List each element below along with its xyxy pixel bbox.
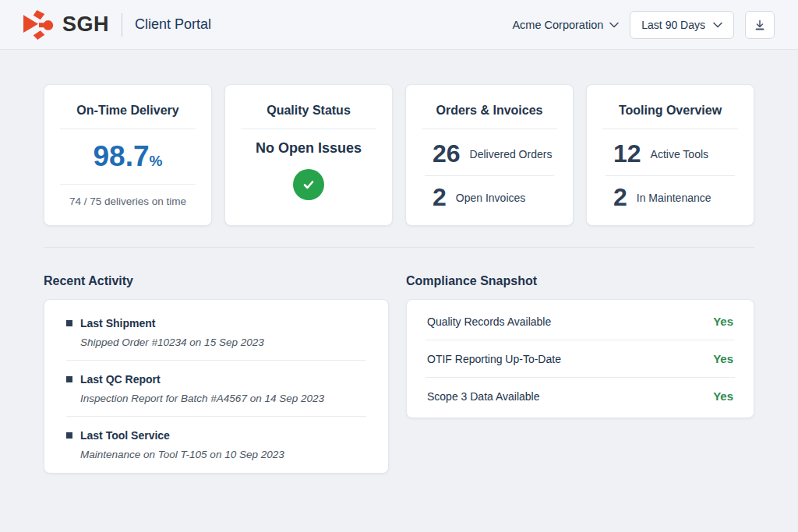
activity-head: Last Tool Service [66, 429, 366, 442]
recent-activity-card: Last Shipment Shipped Order #10234 on 15… [44, 299, 389, 474]
card-divider [60, 129, 196, 129]
activity-label: Last QC Report [80, 373, 161, 386]
table-row: Scope 3 Data Available Yes [425, 377, 735, 414]
delivered-orders-stat: 26 Delivered Orders [422, 140, 557, 167]
compliance-label: Quality Records Available [427, 315, 551, 328]
bullet-square-icon [66, 320, 72, 326]
download-icon [754, 19, 766, 31]
bullet-square-icon [66, 376, 72, 382]
card-quality-status: Quality Status No Open Issues [224, 84, 393, 226]
compliance-section: Compliance Snapshot Quality Records Avai… [406, 274, 754, 474]
list-item: Last Shipment Shipped Order #10234 on 15… [66, 315, 366, 348]
header: SGH Client Portal Acme Corporation Last … [0, 0, 798, 50]
delivery-subtext: 74 / 75 deliveries on time [60, 196, 196, 207]
brand-name: SGH [62, 12, 109, 37]
success-check-icon [293, 169, 324, 200]
active-tools-stat: 12 Active Tools [602, 140, 738, 167]
activity-description: Inspection Report for Batch #A4567 on 14… [80, 393, 366, 404]
chevron-down-icon [609, 22, 619, 28]
in-maintenance-stat: 2 In Maintenance [602, 184, 738, 211]
recent-activity-title: Recent Activity [44, 274, 389, 288]
list-item: Last Tool Service Maintenance on Tool T-… [66, 428, 366, 460]
list-divider [66, 360, 366, 361]
compliance-value: Yes [713, 352, 733, 365]
card-title: Quality Status [241, 104, 376, 118]
company-selector[interactable]: Acme Corporation [512, 19, 619, 31]
stat-value: 12 [613, 140, 641, 167]
dashboard-content: On-Time Delivery 98.7% 74 / 75 deliverie… [44, 50, 754, 474]
card-on-time-delivery: On-Time Delivery 98.7% 74 / 75 deliverie… [44, 84, 212, 226]
stat-value: 2 [613, 184, 627, 211]
date-range-label: Last 90 Days [641, 19, 705, 31]
open-invoices-stat: 2 Open Invoices [422, 184, 557, 211]
download-button[interactable] [745, 11, 775, 39]
activity-description: Maintenance on Tool T-105 on 10 Sep 2023 [80, 449, 366, 460]
compliance-label: OTIF Reporting Up-To-Date [427, 353, 561, 365]
table-row: Quality Records Available Yes [425, 303, 735, 340]
card-divider [602, 129, 738, 129]
stat-label: Active Tools [651, 148, 708, 160]
date-range-selector[interactable]: Last 90 Days [630, 11, 734, 39]
compliance-title: Compliance Snapshot [406, 274, 754, 288]
compliance-value: Yes [713, 389, 733, 403]
card-title: Orders & Invoices [422, 104, 557, 118]
card-title: On-Time Delivery [60, 104, 196, 118]
table-row: OTIF Reporting Up-To-Date Yes [425, 340, 735, 377]
stat-label: Delivered Orders [470, 148, 553, 160]
list-divider [66, 416, 366, 417]
bottom-sections: Recent Activity Last Shipment Shipped Or… [44, 274, 754, 474]
percentage-unit: % [150, 153, 163, 169]
compliance-label: Scope 3 Data Available [427, 390, 540, 403]
activity-description: Shipped Order #10234 on 15 Sep 2023 [80, 336, 366, 348]
quality-status-text: No Open Issues [241, 140, 376, 157]
card-divider [422, 129, 557, 129]
activity-label: Last Shipment [80, 317, 155, 329]
company-selector-label: Acme Corporation [512, 19, 603, 31]
recent-activity-section: Recent Activity Last Shipment Shipped Or… [44, 274, 389, 474]
activity-head: Last Shipment [66, 317, 366, 329]
card-tooling-overview: Tooling Overview 12 Active Tools 2 In Ma… [586, 84, 754, 226]
stat-value: 26 [433, 140, 461, 167]
app-title: Client Portal [135, 16, 211, 33]
activity-head: Last QC Report [66, 373, 366, 386]
chevron-down-icon [713, 22, 722, 28]
header-divider [122, 13, 122, 37]
card-divider [606, 175, 735, 176]
bullet-square-icon [66, 432, 72, 439]
stat-label: Open Invoices [456, 192, 526, 204]
content-divider [44, 247, 754, 248]
card-title: Tooling Overview [602, 104, 738, 118]
card-divider [241, 129, 376, 129]
compliance-value: Yes [713, 315, 733, 328]
stat-label: In Maintenance [637, 192, 711, 204]
compliance-card: Quality Records Available Yes OTIF Repor… [406, 299, 754, 418]
sgh-logo-icon [22, 9, 56, 41]
card-divider [60, 184, 196, 185]
header-brand-group: SGH Client Portal [22, 9, 211, 41]
list-item: Last QC Report Inspection Report for Bat… [66, 372, 366, 404]
card-divider [425, 175, 554, 176]
header-controls: Acme Corporation Last 90 Days [512, 11, 775, 39]
activity-label: Last Tool Service [80, 429, 170, 442]
percentage-value: 98.7 [94, 140, 150, 172]
stat-value: 2 [433, 184, 447, 211]
on-time-delivery-value: 98.7% [60, 140, 196, 173]
card-orders-invoices: Orders & Invoices 26 Delivered Orders 2 … [405, 84, 574, 226]
kpi-cards-row: On-Time Delivery 98.7% 74 / 75 deliverie… [44, 84, 754, 226]
